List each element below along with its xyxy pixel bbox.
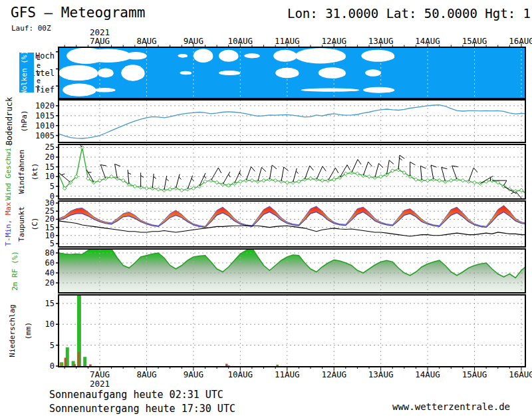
day-label-top: 12AUG bbox=[321, 36, 346, 46]
pressure-tick: 1020 bbox=[35, 101, 55, 110]
wind-marker bbox=[180, 188, 184, 192]
wind-barb bbox=[269, 165, 272, 180]
wind-marker bbox=[174, 186, 178, 190]
precip-tick: 10 bbox=[45, 319, 55, 329]
wind-marker bbox=[450, 178, 454, 182]
precip-bar bbox=[83, 357, 86, 366]
wind-marker bbox=[444, 180, 448, 184]
wind-barb bbox=[223, 172, 230, 184]
wind-barb bbox=[352, 160, 358, 173]
wind-barb bbox=[258, 167, 262, 181]
humidity-area bbox=[59, 247, 527, 293]
panel-humidity: 204060802m RF (%) bbox=[11, 247, 527, 293]
day-label-top: 11AUG bbox=[275, 36, 300, 46]
day-label-top: 13AUG bbox=[368, 36, 394, 46]
day-label-top: 8AUG bbox=[136, 36, 156, 46]
day-label-top: 7AUG bbox=[90, 36, 110, 46]
precip-bar bbox=[65, 357, 67, 366]
temp-tick: 25 bbox=[45, 206, 55, 216]
wind-marker bbox=[156, 188, 160, 192]
humidity-tick: 40 bbox=[45, 268, 55, 278]
wind-marker bbox=[332, 178, 336, 182]
wind-marker bbox=[250, 178, 254, 182]
wind-unit: (kt) bbox=[31, 163, 39, 181]
wind-axis-title: Wind Geschwi. bbox=[4, 143, 13, 200]
precip-bar bbox=[78, 352, 80, 366]
year-label-bottom: 2021 bbox=[90, 379, 110, 389]
day-label-bottom: 10AUG bbox=[227, 369, 253, 379]
wind-marker bbox=[297, 180, 301, 184]
sunset-text: Sonnenuntergang heute 17:30 UTC bbox=[49, 403, 235, 415]
day-label-top: 14AUG bbox=[415, 36, 440, 46]
wind-tick: 5 bbox=[50, 182, 55, 191]
pressure-tick: 1010 bbox=[35, 121, 55, 130]
wind-barb bbox=[527, 194, 532, 207]
temp-tick: 15 bbox=[45, 223, 55, 232]
wind-barb bbox=[317, 166, 323, 180]
level-letter: L bbox=[37, 54, 41, 61]
wind-marker bbox=[315, 178, 319, 182]
pressure-tick: 1015 bbox=[35, 111, 55, 120]
panel-clouds: HochMittelTiefWolken (%)Level bbox=[19, 47, 525, 99]
temp-tick: 10 bbox=[45, 231, 55, 240]
wind-marker bbox=[379, 175, 383, 179]
wind-marker bbox=[426, 178, 430, 182]
panel-wind: 0510152025Wind Geschwi.Windfahnen(kt) bbox=[4, 135, 532, 207]
wind-barb bbox=[305, 166, 310, 180]
temp-axis-title: T-Min, Max bbox=[4, 202, 13, 246]
wind-barb bbox=[211, 168, 218, 180]
meteogram-page: HochMittelTiefWolken (%)Level10051010101… bbox=[0, 0, 532, 416]
wind-marker bbox=[321, 178, 325, 182]
wind-barb-title: Windfahnen bbox=[17, 150, 26, 194]
clouds-axis-label: Wolken (%) bbox=[20, 51, 29, 95]
pressure-axis-title: Bodendruck bbox=[5, 97, 14, 145]
watermark: www.wetterzentrale.de bbox=[392, 401, 510, 412]
wind-barb bbox=[386, 160, 389, 175]
wind-marker bbox=[473, 180, 477, 184]
panel-precipitation: 051015Niederschlag(mm) bbox=[8, 293, 525, 371]
day-label-bottom: 8AUG bbox=[136, 369, 156, 379]
temp-tick: 5 bbox=[50, 239, 55, 248]
header-coordinates: Lon: 31.0000 Lat: 50.0000 Hgt: 1 bbox=[287, 6, 531, 21]
wind-marker bbox=[145, 186, 149, 190]
wind-tick: 25 bbox=[45, 142, 55, 152]
day-label-bottom: 14AUG bbox=[415, 369, 440, 379]
day-label-top: 9AUG bbox=[184, 36, 203, 46]
wind-barb bbox=[452, 166, 458, 180]
precip-bar bbox=[227, 365, 230, 366]
year-label-top: 2021 bbox=[90, 27, 110, 37]
wind-tick: 15 bbox=[45, 162, 55, 172]
wind-marker bbox=[133, 184, 137, 188]
wind-marker bbox=[256, 180, 260, 184]
day-label-bottom: 16AUG bbox=[509, 369, 532, 379]
wind-barb bbox=[375, 164, 379, 178]
wind-marker bbox=[414, 178, 418, 182]
meteogram-chart: HochMittelTiefWolken (%)Level10051010101… bbox=[0, 0, 532, 416]
wind-marker bbox=[309, 176, 313, 180]
wind-barb bbox=[164, 176, 167, 190]
wind-barb bbox=[469, 168, 474, 182]
wind-marker bbox=[285, 180, 289, 184]
precip-bar bbox=[276, 365, 279, 366]
day-label-bottom: 12AUG bbox=[321, 369, 346, 379]
level-letter: e bbox=[37, 62, 41, 69]
wind-barb bbox=[128, 170, 129, 184]
precip-unit: (mm) bbox=[24, 322, 33, 340]
temp-tick: 30 bbox=[45, 198, 55, 208]
precip-tick: 5 bbox=[50, 341, 55, 350]
wind-marker bbox=[438, 178, 442, 182]
wind-barb bbox=[281, 167, 284, 182]
wind-barb bbox=[420, 166, 422, 180]
wind-barb bbox=[431, 165, 434, 180]
wind-tick: 10 bbox=[45, 172, 55, 181]
humidity-tick: 60 bbox=[45, 258, 55, 268]
pressure-tick: 1005 bbox=[35, 131, 55, 140]
dewpoint-axis-title: Taupunkt bbox=[17, 206, 26, 242]
wind-marker bbox=[356, 172, 360, 176]
panel-temperature: 51015202530T-Min, MaxTaupunkt(C) bbox=[4, 198, 527, 248]
precip-axis-title: Niederschlag bbox=[8, 304, 17, 357]
humidity-tick: 20 bbox=[45, 278, 55, 288]
panel-pressure: 1005101010151020Bodendruck(hPa) bbox=[5, 97, 527, 145]
wind-marker bbox=[327, 178, 331, 182]
wind-marker bbox=[373, 176, 377, 180]
